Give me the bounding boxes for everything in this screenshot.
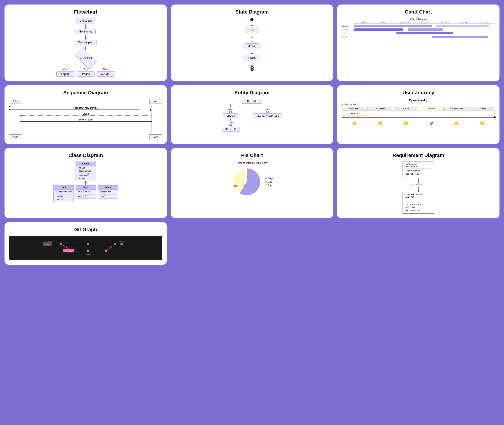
entity-crowfoot-2: ⋈ (266, 110, 269, 113)
journey-actors: Cat Me (342, 103, 495, 106)
pie-dot-cats (265, 181, 267, 183)
journey-empty-2 (395, 112, 420, 116)
gantt-bar-2b (408, 28, 443, 31)
user-journey-title: User Journey (342, 90, 495, 96)
journey-face-5: 😊 (454, 121, 459, 126)
entity-crowfoot-3: ⋈ (229, 124, 232, 127)
req-element-box: <<Element>> test_entity Type: simulation… (403, 161, 434, 177)
class-fish-method-1: -canEat() (78, 195, 94, 198)
fc-christmas: Christmas (76, 18, 95, 23)
git-main-label: main (45, 243, 49, 245)
fc-branch-one: One Laptop (56, 68, 74, 77)
gantt-row-2: Task 1 (342, 28, 495, 31)
gantt-header: 2014-01-06 2014-01-13 2014-01-20 2014-01… (354, 22, 495, 24)
fc-branches: One Laptop Two iPhone Three 🚗 Car (56, 68, 115, 77)
gantt-h4: 2014-01-27 (414, 22, 435, 23)
git-graph-svg: main develop 5:a49586 3:a6cd8 5:b03376 2… (12, 239, 160, 257)
sequence-diagram-title: Sequence Diagram (9, 90, 162, 96)
state-arrow-4 (252, 51, 252, 54)
req-divider-2 (406, 199, 431, 199)
git-hash-4: 2:b611265 (85, 253, 91, 255)
requirement-diagram-content: <<Element>> test_entity Type: simulation… (342, 161, 495, 214)
class-zebra-body: +bool is_wild +run() (98, 190, 118, 199)
pie-label-rats: Rats (268, 184, 273, 186)
requirement-diagram-card: Requirement Diagram <<Element>> test_ent… (337, 148, 499, 218)
journey-me-label: Me (353, 103, 356, 106)
req-req-stereotype: <<Requirement>> (406, 193, 431, 196)
gantt-row-1: Section (342, 25, 495, 27)
class-zebra-header: Zebra (98, 186, 118, 190)
state-loop-area (252, 39, 252, 42)
journey-cat-label: Cat (344, 103, 348, 106)
fc-diamond-label: Let me think (79, 57, 92, 59)
seq-actors-bottom: Alice John (9, 134, 162, 139)
entity-branch-left: places ⋈ ORDER contains ⋈ LINE-ITEM (222, 104, 240, 132)
gantt-bar-1b (436, 25, 489, 27)
journey-timeline: ▶ (342, 117, 495, 118)
state-diagram-title: State Diagram (176, 9, 329, 15)
gantt-h2: 2014-01-13 (374, 22, 394, 23)
git-graph: main develop 5:a49586 3:a6cd8 5:b03376 2… (9, 236, 162, 260)
flowchart-diagram: Christmas Get money Go shopping Let me t… (56, 18, 115, 77)
gantt-h6: 2014-02-10 (455, 22, 475, 23)
journey-empty-1 (370, 112, 394, 116)
state-diagram: Still Moving Crash (243, 18, 261, 70)
gantt-h5: 2014-02-03 (435, 22, 455, 23)
class-diagram-title: Class Diagram (9, 153, 162, 158)
fc-branch-two: Two iPhone (77, 68, 95, 77)
entity-crowfoot-1: ⋈ (229, 110, 232, 113)
fc-getmoney: Get money (76, 29, 96, 34)
seq-msg-3-line (20, 121, 151, 122)
pie-chart-title: Pie Chart (176, 153, 329, 158)
fc-arrow-3 (85, 46, 86, 50)
journey-face-6: 😊 (480, 121, 484, 126)
gantt-bar-4a (432, 36, 488, 38)
gantt-label-1: Section (342, 25, 354, 27)
journey-actor-me: Me (350, 103, 356, 106)
class-duck: Duck +String beakColor +swim() +quack() (53, 186, 74, 202)
main-grid: Flowchart Christmas Get money Go shoppin… (5, 5, 499, 265)
fc-arrow-1 (85, 24, 86, 28)
state-arrow-5 (252, 62, 252, 66)
req-req-name: test_req (406, 196, 431, 198)
fc-car-label: Car (105, 73, 109, 76)
journey-task-do-work: Do work (393, 107, 418, 111)
gantt-h3: 2014-01-20 (394, 22, 414, 23)
git-graph-content: main develop 5:a49586 3:a6cd8 5:b03376 2… (9, 236, 162, 260)
pie-legend-rats: Rats (265, 184, 273, 186)
state-diagram-content: Still Moving Crash (176, 18, 329, 70)
state-arrow-1 (252, 23, 252, 26)
class-zebra: Zebra +bool is_wild +run() (98, 186, 118, 199)
gantt-bar-wrap-3 (354, 32, 495, 34)
req-req-text: Text: the test text. (406, 203, 431, 206)
sequence-diagram: Alice John Hello John, how are you? (9, 99, 162, 139)
state-start-node (250, 18, 254, 21)
pie-chart-card: Pie Chart Pets adopted by volunteers 79%… (171, 148, 333, 218)
class-animal-body: +int age +String gender +isMammal() +mat… (76, 166, 96, 181)
class-duck-header: Duck (54, 186, 73, 190)
journey-arrow-icon: ▶ (494, 115, 496, 119)
class-subclasses: Duck +String beakColor +swim() +quack() … (53, 186, 118, 202)
entity-lineitem: LINE-ITEM (222, 127, 240, 132)
journey-task-row-2: Make tea (342, 112, 495, 116)
gantt-row-3: Task 2 (342, 32, 495, 34)
entity-order: ORDER (223, 113, 238, 118)
sequence-diagram-content: Alice John Hello John, how are you? (9, 99, 162, 139)
journey-face-2: 😊 (378, 121, 382, 126)
journey-face-3: 😊 (404, 121, 408, 126)
gantt-row-4: Task 3 (342, 35, 495, 38)
git-hash-1: 5:a49586 (47, 240, 52, 242)
fc-arrow-2 (85, 35, 86, 39)
flowchart-card: Flowchart Christmas Get money Go shoppin… (5, 5, 167, 81)
fc-diamond: Let me think (74, 47, 97, 69)
state-end-node (250, 67, 254, 70)
car-icon: 🚗 (100, 73, 104, 76)
gantt-subtitle: A Gantt Diagram (342, 18, 495, 20)
seq-msg-2-line (20, 115, 151, 116)
gantt-bar-1a (354, 25, 432, 27)
class-arrow-inheritance (85, 181, 86, 186)
class-duck-field-1: +String beakColor (55, 190, 72, 193)
req-requirement-box: <<Requirement>> test_req Id: 1 Text: the… (403, 192, 434, 214)
gantt-bar-wrap-4 (354, 35, 495, 38)
pie-legend: Dogs Cats Rats (265, 177, 273, 186)
